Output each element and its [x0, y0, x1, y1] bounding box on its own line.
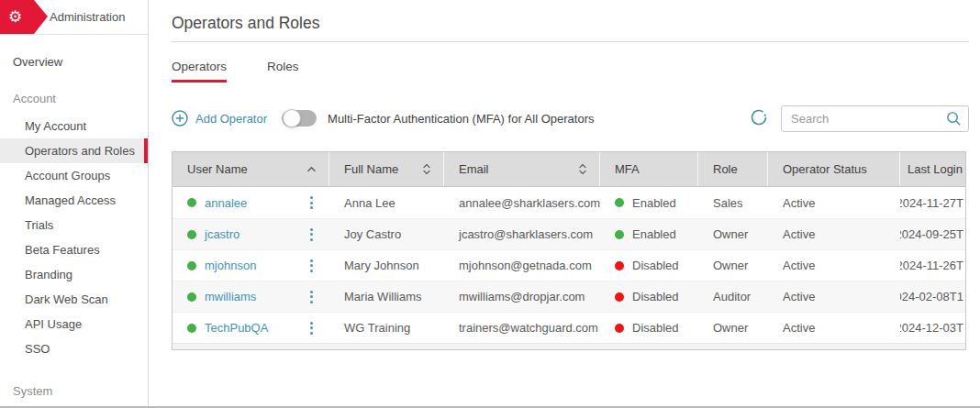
sidebar-item-beta-features[interactable]: Beta Features	[0, 237, 148, 262]
email-cell: jcastro@sharklasers.com	[444, 227, 600, 241]
mfa-status-icon	[615, 261, 624, 270]
column-header-email[interactable]: Email	[444, 152, 600, 186]
user-name-cell: TechPubQA	[173, 320, 329, 336]
app-title: Administration	[50, 0, 125, 34]
sidebar-item-overview[interactable]: Overview	[0, 50, 148, 75]
sort-both-icon	[578, 163, 587, 175]
username-link[interactable]: annalee	[205, 196, 247, 210]
mfa-status-icon	[615, 198, 624, 207]
sidebar-item-managed-access[interactable]: Managed Access	[0, 188, 148, 213]
operator-status-cell: Active	[768, 227, 900, 241]
column-header-mfa[interactable]: MFA	[600, 152, 698, 186]
tab-roles[interactable]: Roles	[267, 60, 299, 83]
username-link[interactable]: mwilliams	[205, 290, 256, 303]
full-name-cell: WG Training	[329, 321, 444, 335]
sidebar-section-system: System	[0, 383, 148, 400]
sidebar-item-account-groups[interactable]: Account Groups	[0, 163, 148, 188]
sidebar-section-account: Account	[0, 91, 148, 107]
mfa-cell: Disabled	[600, 259, 698, 272]
operator-status-cell: Active	[768, 196, 900, 210]
search-input[interactable]	[781, 105, 969, 132]
add-operator-label: Add Operator	[195, 112, 267, 126]
table-row: annalee Anna Lee annalee@sharklasers.com…	[173, 187, 965, 218]
mfa-toggle-label: Multi-Factor Authentication (MFA) for Al…	[328, 112, 594, 126]
email-cell: mwilliams@dropjar.com	[444, 290, 600, 303]
refresh-button[interactable]	[748, 107, 770, 129]
role-cell: Auditor	[698, 290, 768, 303]
row-actions-menu-icon[interactable]	[308, 320, 315, 336]
last-login-cell: 2024-09-25T	[900, 227, 965, 241]
full-name-cell: Mary Johnson	[329, 259, 444, 272]
full-name-cell: Anna Lee	[329, 196, 444, 210]
mfa-cell: Enabled	[600, 196, 698, 210]
toolbar: Add Operator Multi-Factor Authentication…	[172, 105, 969, 132]
row-actions-menu-icon[interactable]	[308, 289, 315, 305]
sidebar-item-api-usage[interactable]: API Usage	[0, 312, 148, 336]
sidebar-item-my-account[interactable]: My Account	[0, 114, 148, 138]
last-login-cell: 2024-02-08T1	[900, 290, 965, 303]
table-header-row: User Name Full Name Email MFA	[173, 152, 965, 187]
online-status-icon	[187, 198, 196, 207]
brand-flag: ⚙	[0, 0, 48, 34]
table-row: jcastro Joy Castro jcastro@sharklasers.c…	[173, 218, 965, 249]
operator-status-cell: Active	[768, 290, 900, 303]
add-operator-button[interactable]: Add Operator	[172, 110, 267, 127]
sidebar-item-branding[interactable]: Branding	[0, 262, 148, 287]
role-cell: Sales	[698, 196, 768, 210]
sidebar: ⚙ Administration Overview Account My Acc…	[0, 0, 149, 406]
mfa-status-icon	[615, 292, 624, 302]
table-row: mwilliams Maria Williams mwilliams@dropj…	[173, 281, 965, 312]
last-login-cell: 2024-11-27T	[900, 196, 965, 210]
online-status-icon	[187, 324, 196, 333]
username-link[interactable]: mjohnson	[205, 259, 256, 272]
operator-status-cell: Active	[768, 321, 900, 335]
column-header-last-login[interactable]: Last Login	[900, 152, 965, 186]
user-name-cell: mjohnson	[173, 258, 329, 274]
table-body: annalee Anna Lee annalee@sharklasers.com…	[173, 187, 965, 343]
last-login-cell: 2024-11-26T	[900, 259, 965, 272]
last-login-cell: 2024-12-03T	[900, 321, 965, 335]
mfa-status-icon	[615, 324, 624, 333]
tab-bar: Operators Roles	[172, 60, 969, 83]
row-actions-menu-icon[interactable]	[308, 258, 315, 274]
search-box	[781, 105, 969, 132]
sidebar-nav: Overview Account My Account Operators an…	[0, 35, 148, 400]
online-status-icon	[187, 261, 196, 270]
column-header-user-name[interactable]: User Name	[173, 152, 329, 186]
sidebar-item-dark-web-scan[interactable]: Dark Web Scan	[0, 287, 148, 312]
mfa-all-toggle[interactable]	[282, 110, 317, 127]
mfa-status-icon	[615, 230, 624, 239]
plus-circle-icon	[172, 110, 188, 127]
role-cell: Owner	[698, 321, 768, 335]
row-actions-menu-icon[interactable]	[308, 194, 315, 211]
mfa-cell: Enabled	[600, 227, 698, 241]
online-status-icon	[187, 292, 196, 302]
username-link[interactable]: jcastro	[205, 227, 239, 241]
username-link[interactable]: TechPubQA	[205, 321, 268, 335]
table-row: TechPubQA WG Training trainers@watchguar…	[173, 312, 965, 343]
gear-icon: ⚙	[8, 9, 22, 25]
user-name-cell: annalee	[173, 194, 329, 211]
table-row: mjohnson Mary Johnson mjohnson@getnada.c…	[173, 249, 965, 281]
row-actions-menu-icon[interactable]	[308, 226, 315, 243]
search-icon[interactable]	[945, 110, 963, 127]
operators-table: User Name Full Name Email MFA	[172, 151, 966, 350]
app-header: ⚙ Administration	[0, 0, 148, 35]
user-name-cell: jcastro	[173, 226, 329, 243]
tab-operators[interactable]: Operators	[172, 60, 227, 83]
user-name-cell: mwilliams	[173, 289, 329, 305]
online-status-icon	[187, 230, 196, 239]
role-cell: Owner	[698, 259, 768, 272]
email-cell: trainers@watchguard.com	[444, 321, 600, 335]
sort-asc-icon	[306, 166, 317, 172]
operator-status-cell: Active	[768, 259, 900, 272]
mfa-cell: Disabled	[600, 321, 698, 335]
table-footer-strip	[173, 343, 965, 349]
sidebar-item-sso[interactable]: SSO	[0, 336, 148, 361]
main-content: Operators and Roles Operators Roles Add …	[150, 0, 980, 406]
column-header-full-name[interactable]: Full Name	[329, 152, 444, 186]
sidebar-item-trials[interactable]: Trials	[0, 213, 148, 237]
column-header-operator-status[interactable]: Operator Status	[768, 152, 900, 186]
column-header-role[interactable]: Role	[698, 152, 768, 186]
sidebar-item-operators-and-roles[interactable]: Operators and Roles	[0, 138, 148, 163]
